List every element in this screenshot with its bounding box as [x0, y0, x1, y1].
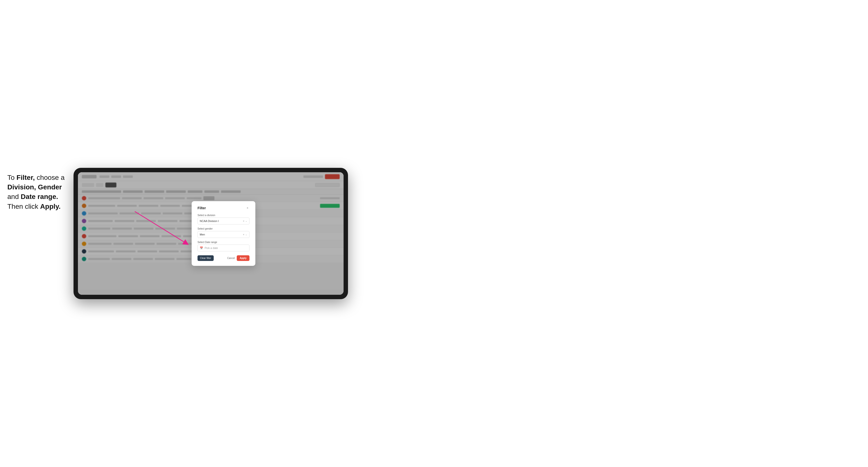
tablet-frame: Filter × Select a division NCAA Division… [73, 168, 348, 299]
clear-filter-button[interactable]: Clear filter [197, 255, 214, 261]
calendar-icon: 📅 [200, 247, 203, 250]
apply-button[interactable]: Apply [237, 255, 249, 261]
instruction-bold-4: Apply. [40, 203, 61, 210]
division-select[interactable]: NCAA Division I × ⌄ [197, 218, 249, 224]
instruction-bold-3: Date range. [21, 193, 58, 200]
modal-footer-right: Cancel Apply [227, 255, 249, 261]
division-controls: × ⌄ [243, 220, 247, 222]
instruction-bold-2: Division, Gender [7, 182, 71, 192]
division-clear-icon[interactable]: × [243, 220, 244, 222]
tablet-screen: Filter × Select a division NCAA Division… [78, 172, 344, 295]
gender-controls: × ⌄ [243, 233, 247, 236]
cancel-button[interactable]: Cancel [227, 257, 235, 259]
division-field: Select a division NCAA Division I × ⌄ [197, 214, 249, 224]
gender-select[interactable]: Men × ⌄ [197, 231, 249, 238]
date-label: Select Date range [197, 241, 249, 244]
division-chevron-icon: ⌄ [245, 220, 247, 222]
division-value: NCAA Division I [200, 220, 219, 222]
gender-clear-icon[interactable]: × [243, 233, 244, 236]
instruction-text-3: and [7, 193, 21, 200]
instruction-text-4: Then click [7, 203, 40, 210]
modal-title: Filter [197, 206, 206, 210]
date-range-field: Select Date range 📅 Pick a date [197, 241, 249, 251]
modal-close-button[interactable]: × [246, 206, 249, 210]
gender-value: Men [200, 233, 205, 236]
modal-footer: Clear filter Cancel Apply [197, 255, 249, 261]
date-input[interactable]: 📅 Pick a date [197, 245, 249, 251]
instruction-text-2: choose a [35, 174, 64, 181]
gender-label: Select gender [197, 227, 249, 230]
instruction-bold-1: Filter, [17, 174, 35, 181]
instruction-text-1: To [7, 174, 17, 181]
gender-field: Select gender Men × ⌄ [197, 227, 249, 238]
instruction-panel: To Filter, choose a Division, Gender and… [5, 168, 73, 216]
date-placeholder: Pick a date [205, 247, 218, 249]
filter-modal: Filter × Select a division NCAA Division… [192, 201, 255, 266]
modal-header: Filter × [197, 206, 249, 210]
division-label: Select a division [197, 214, 249, 217]
gender-chevron-icon: ⌄ [245, 233, 247, 236]
